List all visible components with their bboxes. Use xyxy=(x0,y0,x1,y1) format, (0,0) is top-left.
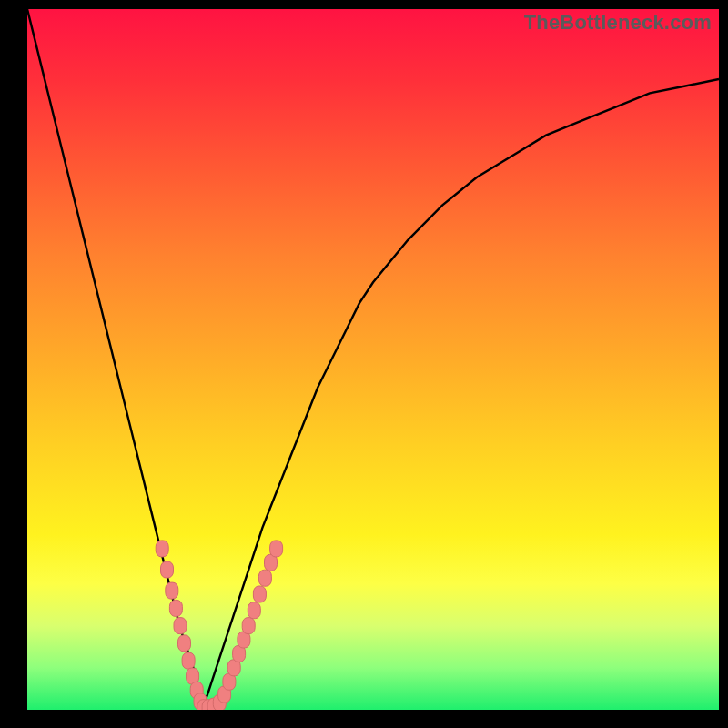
curve-marker xyxy=(182,652,195,669)
marker-group xyxy=(156,541,282,710)
chart-frame: TheBottleneck.com xyxy=(0,0,728,728)
curve-marker xyxy=(258,570,271,586)
curve-marker xyxy=(178,635,191,652)
curve-marker xyxy=(270,541,283,557)
curve-path xyxy=(27,9,719,710)
curve-marker xyxy=(248,602,260,619)
curve-marker xyxy=(166,582,178,599)
curve-marker xyxy=(169,600,182,616)
curve-marker xyxy=(174,618,187,634)
plot-area: TheBottleneck.com xyxy=(27,9,719,710)
curve-marker xyxy=(156,541,168,557)
curve-marker xyxy=(253,586,266,602)
bottleneck-curve xyxy=(27,9,719,710)
curve-marker xyxy=(161,561,174,578)
curve-marker xyxy=(242,618,255,634)
